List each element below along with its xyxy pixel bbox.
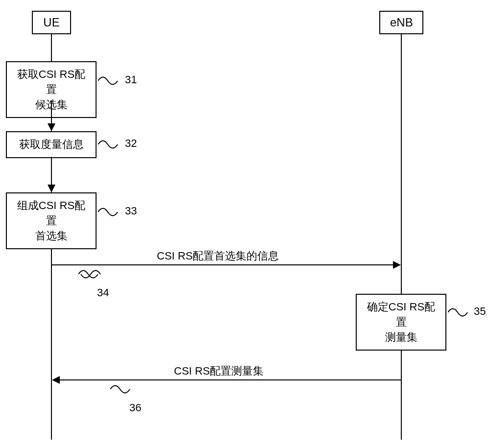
step-32-text: 获取度量信息	[19, 138, 84, 150]
message-34-arrow	[393, 261, 401, 269]
message-36-line	[59, 379, 401, 380]
squiggle-35	[448, 303, 472, 322]
message-36-text: CSI RS配置测量集	[174, 364, 264, 378]
squiggle-32	[98, 135, 122, 154]
step-35-label: 35	[474, 305, 486, 318]
message-36-arrow	[52, 376, 60, 384]
step-32-label: 32	[125, 137, 137, 150]
step-33-box: 组成CSI RS配置 首选集	[6, 192, 97, 249]
squiggle-36	[110, 382, 135, 401]
step-33-text: 组成CSI RS配置 首选集	[17, 199, 85, 242]
message-34-text: CSI RS配置首选集的信息	[157, 249, 279, 263]
squiggle-34	[78, 267, 103, 286]
arrow-32-33	[51, 157, 52, 186]
actor-ue: UE	[32, 11, 71, 34]
squiggle-33	[98, 202, 122, 222]
actor-enb-label: eNB	[390, 16, 413, 29]
step-32-box: 获取度量信息	[6, 131, 97, 158]
step-33-label: 33	[125, 205, 137, 217]
actor-enb: eNB	[379, 11, 423, 34]
lifeline-enb	[401, 33, 402, 440]
sequence-diagram: UE eNB 获取CSI RS配置 候选集 31 获取度量信息 32 组成CSI…	[0, 0, 490, 448]
squiggle-31	[98, 71, 122, 91]
arrow-31-32	[51, 100, 52, 125]
step-35-text: 确定CSI RS配置 测量集	[367, 301, 435, 343]
message-34-label: 34	[97, 286, 109, 299]
arrow-32-33-head	[48, 185, 55, 192]
step-31-label: 31	[125, 73, 137, 86]
message-34-line	[52, 264, 394, 265]
message-36-label: 36	[129, 401, 141, 414]
step-35-box: 确定CSI RS配置 测量集	[356, 294, 446, 351]
actor-ue-label: UE	[43, 16, 59, 29]
arrow-31-32-head	[48, 123, 55, 131]
